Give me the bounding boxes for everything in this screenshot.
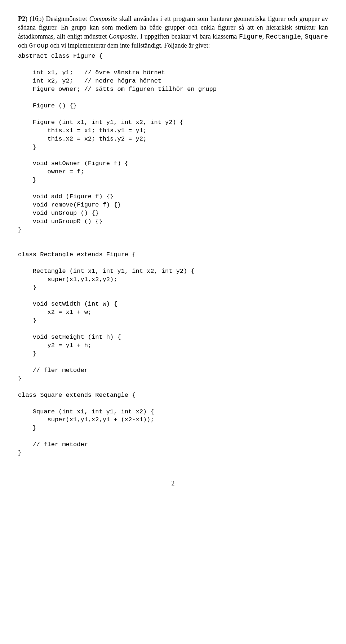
t3: . I uppgiften beaktar vi bara klasserna bbox=[137, 33, 239, 40]
points: (16p) bbox=[30, 15, 44, 22]
class-rectangle: Rectangle bbox=[266, 33, 301, 40]
class-square: Square bbox=[305, 33, 328, 40]
och: och bbox=[18, 42, 29, 49]
problem-paragraph: P2) (16p) Designmönstret Composite skall… bbox=[18, 14, 328, 50]
code-listing: abstract class Figure { int x1, y1; // ö… bbox=[18, 52, 328, 457]
composite-word-1: Composite bbox=[89, 15, 117, 22]
page-number: 2 bbox=[18, 479, 328, 488]
class-figure: Figure bbox=[239, 33, 262, 40]
comma1: , bbox=[262, 33, 266, 40]
class-group: Group bbox=[29, 42, 49, 49]
problem-label: P2 bbox=[18, 15, 25, 22]
t1: Designmönstret bbox=[44, 15, 89, 22]
composite-word-2: Composite bbox=[109, 33, 137, 40]
comma2: , bbox=[301, 33, 305, 40]
paren-close: ) bbox=[25, 15, 27, 22]
t4: och vi implementerar dem inte fullständi… bbox=[49, 42, 210, 49]
